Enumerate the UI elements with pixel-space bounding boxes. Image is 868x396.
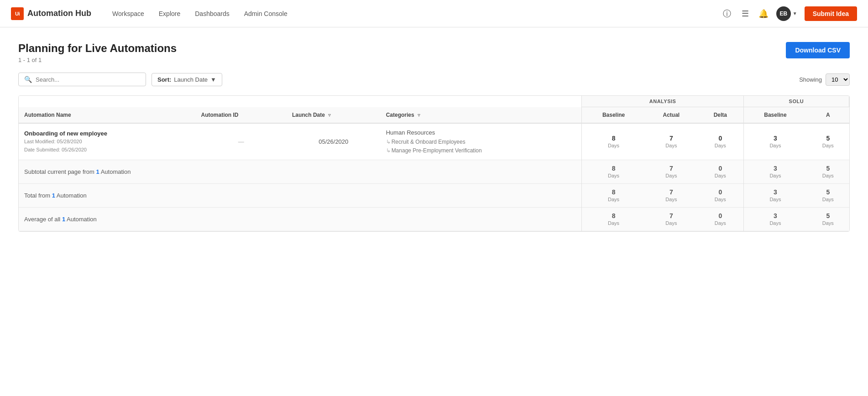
average-analysis-baseline: 8 Days	[582, 208, 645, 231]
table-row: Onboarding of new employee Last Modified…	[19, 123, 849, 160]
average-label: Average of all 1 Automation	[24, 216, 97, 223]
col-analysis-actual: Actual	[645, 107, 697, 124]
total-label: Total from 1 Automation	[24, 192, 87, 199]
automation-id-cell: —	[196, 123, 287, 160]
category-sub-2: Manage Pre-Employment Verification	[386, 146, 576, 155]
solution-a-unit: Days	[822, 143, 834, 148]
category-main: Human Resources	[386, 128, 576, 138]
filters-row: 🔍 Sort: Launch Date ▼ Showing 10 25 50	[18, 73, 850, 86]
page-subtitle: 1 - 1 of 1	[18, 57, 177, 63]
automation-meta-submitted: Date Submitted: 05/26/2020	[24, 146, 190, 154]
sort-chevron-icon: ▼	[210, 76, 216, 83]
analysis-delta-unit: Days	[715, 143, 726, 148]
subtotal-label: Subtotal current page from 1 Automation	[24, 168, 131, 175]
average-solution-baseline: 3 Days	[743, 208, 807, 231]
launch-date-cell: 05/26/2020	[287, 123, 381, 160]
analysis-baseline-value: 8	[587, 135, 639, 142]
analysis-actual-unit: Days	[665, 143, 677, 148]
help-icon[interactable]: ⓘ	[722, 8, 732, 19]
col-solution-a: A	[807, 107, 849, 124]
page-header: Planning for Live Automations 1 - 1 of 1…	[18, 42, 850, 63]
avatar-chevron-icon: ▼	[793, 11, 797, 16]
data-table: ANALYSIS SOLU Automation Name Automation…	[19, 96, 849, 231]
showing-label: Showing	[799, 76, 822, 83]
average-count: 1	[62, 216, 65, 223]
analysis-group-header: ANALYSIS	[582, 96, 743, 107]
sort-value: Launch Date	[174, 76, 208, 83]
analysis-baseline-cell: 8 Days	[582, 123, 645, 160]
subtotal-label-cell: Subtotal current page from 1 Automation	[19, 160, 582, 184]
total-solution-a: 5 Days	[807, 184, 849, 208]
average-label-cell: Average of all 1 Automation	[19, 208, 582, 231]
analysis-delta-cell: 0 Days	[697, 123, 743, 160]
analysis-actual-value: 7	[651, 135, 692, 142]
col-analysis-baseline: Baseline	[582, 107, 645, 124]
analysis-actual-cell: 7 Days	[645, 123, 697, 160]
subtotal-analysis-baseline: 8 Days	[582, 160, 645, 184]
col-automation-name: Automation Name	[19, 107, 196, 124]
total-row: Total from 1 Automation 8 Days 7 Days	[19, 184, 849, 208]
col-solution-baseline: Baseline	[743, 107, 807, 124]
tasks-icon[interactable]: ☰	[740, 8, 751, 19]
col-analysis-delta: Delta	[697, 107, 743, 124]
nav-explore[interactable]: Explore	[152, 6, 187, 21]
launch-date-filter-icon[interactable]: ▿	[328, 112, 331, 118]
sort-label: Sort:	[157, 76, 171, 83]
filters-right: Showing 10 25 50	[799, 73, 850, 86]
categories-filter-icon[interactable]: ▿	[418, 112, 420, 118]
main-content: Planning for Live Automations 1 - 1 of 1…	[0, 27, 868, 396]
subtotal-solution-a: 5 Days	[807, 160, 849, 184]
search-icon: 🔍	[24, 76, 32, 83]
category-sub-1: Recruit & Onboard Employees	[386, 138, 576, 146]
group-header-row: ANALYSIS SOLU	[19, 96, 849, 107]
total-count: 1	[52, 192, 55, 199]
automation-meta-modified: Last Modified: 05/28/2020	[24, 138, 190, 146]
total-label-cell: Total from 1 Automation	[19, 184, 582, 208]
analysis-delta-value: 0	[703, 135, 738, 142]
solution-group-header: SOLU	[743, 96, 849, 107]
col-categories: Categories ▿	[381, 107, 582, 124]
user-avatar-wrapper[interactable]: EB ▼	[776, 6, 797, 21]
nav-links: Workspace Explore Dashboards Admin Conso…	[106, 6, 722, 21]
col-header-row: Automation Name Automation ID Launch Dat…	[19, 107, 849, 124]
total-analysis-delta: 0 Days	[697, 184, 743, 208]
header-right: ⓘ ☰ 🔔 EB ▼ Submit Idea	[722, 6, 857, 21]
sort-button[interactable]: Sort: Launch Date ▼	[152, 73, 222, 86]
showing-select[interactable]: 10 25 50	[826, 73, 850, 86]
search-input[interactable]	[36, 76, 140, 83]
nav-workspace[interactable]: Workspace	[106, 6, 151, 21]
solution-baseline-unit: Days	[769, 143, 781, 148]
page-title-area: Planning for Live Automations 1 - 1 of 1	[18, 42, 177, 63]
page-title: Planning for Live Automations	[18, 42, 177, 55]
empty-group-header	[19, 96, 582, 107]
nav-admin-console[interactable]: Admin Console	[238, 6, 294, 21]
total-analysis-baseline: 8 Days	[582, 184, 645, 208]
logo-text: Automation Hub	[27, 9, 91, 18]
subtotal-analysis-actual: 7 Days	[645, 160, 697, 184]
subtotal-row: Subtotal current page from 1 Automation …	[19, 160, 849, 184]
average-analysis-actual: 7 Days	[645, 208, 697, 231]
logo-icon: Ui	[11, 7, 24, 20]
submit-idea-button[interactable]: Submit Idea	[805, 6, 857, 21]
analysis-baseline-unit: Days	[608, 143, 619, 148]
logo-area: Ui Automation Hub	[11, 7, 91, 20]
data-table-wrapper: ANALYSIS SOLU Automation Name Automation…	[18, 95, 850, 232]
solution-baseline-cell: 3 Days	[743, 123, 807, 160]
filters-left: 🔍 Sort: Launch Date ▼	[18, 73, 222, 86]
total-solution-baseline: 3 Days	[743, 184, 807, 208]
categories-cell: Human Resources Recruit & Onboard Employ…	[381, 123, 582, 160]
search-box: 🔍	[18, 73, 146, 86]
header: Ui Automation Hub Workspace Explore Dash…	[0, 0, 868, 27]
user-avatar: EB	[776, 6, 791, 21]
notification-icon[interactable]: 🔔	[758, 8, 769, 19]
subtotal-solution-baseline: 3 Days	[743, 160, 807, 184]
automation-name-cell: Onboarding of new employee Last Modified…	[19, 123, 196, 160]
nav-dashboards[interactable]: Dashboards	[188, 6, 236, 21]
total-analysis-actual: 7 Days	[645, 184, 697, 208]
subtotal-analysis-delta: 0 Days	[697, 160, 743, 184]
download-csv-button[interactable]: Download CSV	[786, 42, 850, 58]
average-solution-a: 5 Days	[807, 208, 849, 231]
solution-a-value: 5	[812, 135, 843, 142]
col-launch-date: Launch Date ▿	[287, 107, 381, 124]
solution-baseline-value: 3	[749, 135, 801, 142]
